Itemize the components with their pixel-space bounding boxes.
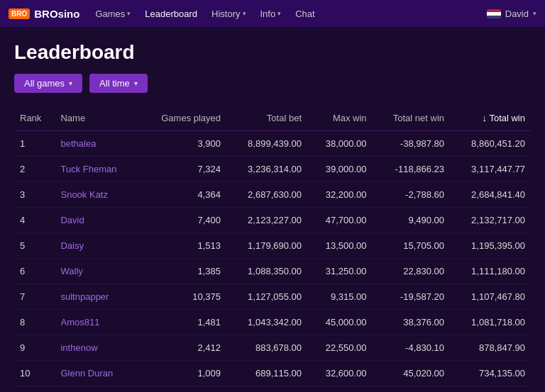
- nav-history[interactable]: History ▾: [206, 6, 251, 22]
- cell-total-bet: 689,115.00: [226, 361, 307, 386]
- cell-total-bet: 1,043,342.00: [226, 310, 307, 335]
- leaderboard-table: Rank Name Games played Total bet Max win…: [14, 106, 531, 386]
- table-row: 3 Snook Katz 4,364 2,687,630.00 32,200.0…: [14, 182, 531, 208]
- cell-rank: 5: [14, 233, 55, 259]
- nav-chat-label: Chat: [295, 9, 314, 19]
- col-total-win[interactable]: ↓ Total win: [450, 106, 531, 131]
- cell-total-win: 734,135.00: [450, 361, 531, 386]
- chevron-down-icon: ▾: [69, 79, 72, 87]
- cell-total-net-win: 15,705.00: [373, 233, 450, 259]
- cell-max-win: 22,550.00: [307, 335, 373, 361]
- cell-total-bet: 2,687,630.00: [226, 182, 307, 208]
- cell-rank: 3: [14, 182, 55, 208]
- nav-info-label: Info: [260, 9, 276, 19]
- table-header: Rank Name Games played Total bet Max win…: [14, 106, 531, 131]
- table-row: 4 David 7,400 2,123,227.00 47,700.00 9,4…: [14, 208, 531, 233]
- table-row: 8 Amos811 1,481 1,043,342.00 45,000.00 3…: [14, 310, 531, 335]
- cell-games-played: 3,900: [138, 131, 226, 157]
- nav-user[interactable]: David ▾: [487, 9, 536, 19]
- table-row: 5 Daisy 1,513 1,179,690.00 13,500.00 15,…: [14, 233, 531, 259]
- cell-rank: 2: [14, 157, 55, 182]
- cell-total-bet: 1,179,690.00: [226, 233, 307, 259]
- main-content: Leaderboard All games ▾ All time ▾ Rank …: [0, 27, 545, 392]
- nav-chat[interactable]: Chat: [290, 6, 320, 22]
- table-body: 1 bethalea 3,900 8,899,439.00 38,000.00 …: [14, 131, 531, 386]
- cell-rank: 1: [14, 131, 55, 157]
- brand[interactable]: BRO BROsino: [9, 8, 79, 20]
- nav-leaderboard[interactable]: Leaderboard: [139, 6, 203, 22]
- cell-total-net-win: 22,830.00: [373, 259, 450, 284]
- user-link[interactable]: Wally: [60, 266, 82, 276]
- col-max-win: Max win: [307, 106, 373, 131]
- cell-total-net-win: -4,830.10: [373, 335, 450, 361]
- cell-name: Snook Katz: [55, 182, 138, 208]
- cell-games-played: 7,324: [138, 157, 226, 182]
- nav-username: David: [505, 9, 529, 19]
- cell-rank: 7: [14, 284, 55, 310]
- cell-max-win: 13,500.00: [307, 233, 373, 259]
- cell-name: Daisy: [55, 233, 138, 259]
- col-rank: Rank: [14, 106, 55, 131]
- user-link[interactable]: inthenow: [60, 342, 97, 353]
- col-total-bet: Total bet: [226, 106, 307, 131]
- user-link[interactable]: David: [60, 215, 84, 225]
- cell-total-bet: 8,899,439.00: [226, 131, 307, 157]
- user-link[interactable]: Glenn Duran: [60, 368, 113, 379]
- cell-rank: 8: [14, 310, 55, 335]
- cell-name: Tuck Fheman: [55, 157, 138, 182]
- nav-games[interactable]: Games ▾: [89, 6, 136, 22]
- cell-total-bet: 2,123,227.00: [226, 208, 307, 233]
- cell-games-played: 1,385: [138, 259, 226, 284]
- chevron-down-icon: ▾: [243, 10, 246, 17]
- cell-total-win: 1,107,467.80: [450, 284, 531, 310]
- cell-total-win: 2,684,841.40: [450, 182, 531, 208]
- col-games-played: Games played: [138, 106, 226, 131]
- brand-name: BROsino: [34, 8, 79, 20]
- user-link[interactable]: sultnpapper: [60, 291, 109, 302]
- filter-bar: All games ▾ All time ▾: [14, 74, 531, 93]
- cell-total-win: 1,081,718.00: [450, 310, 531, 335]
- table-row: 10 Glenn Duran 1,009 689,115.00 32,600.0…: [14, 361, 531, 386]
- user-link[interactable]: Tuck Fheman: [60, 164, 116, 174]
- cell-max-win: 38,000.00: [307, 131, 373, 157]
- cell-total-win: 3,117,447.77: [450, 157, 531, 182]
- cell-rank: 4: [14, 208, 55, 233]
- cell-total-bet: 3,236,314.00: [226, 157, 307, 182]
- cell-name: Amos811: [55, 310, 138, 335]
- cell-max-win: 31,250.00: [307, 259, 373, 284]
- nav-info[interactable]: Info ▾: [255, 6, 287, 22]
- all-games-filter[interactable]: All games ▾: [14, 74, 82, 93]
- table-row: 7 sultnpapper 10,375 1,127,055.00 9,315.…: [14, 284, 531, 310]
- user-link[interactable]: Amos811: [60, 317, 99, 327]
- page-title: Leaderboard: [14, 41, 531, 64]
- cell-games-played: 2,412: [138, 335, 226, 361]
- navbar: BRO BROsino Games ▾ Leaderboard History …: [0, 0, 545, 27]
- cell-total-net-win: 45,020.00: [373, 361, 450, 386]
- cell-name: Glenn Duran: [55, 361, 138, 386]
- cell-max-win: 39,000.00: [307, 157, 373, 182]
- cell-max-win: 45,000.00: [307, 310, 373, 335]
- table-row: 1 bethalea 3,900 8,899,439.00 38,000.00 …: [14, 131, 531, 157]
- chevron-down-icon: ▾: [134, 79, 138, 87]
- cell-total-net-win: -2,788.60: [373, 182, 450, 208]
- cell-name: Wally: [55, 259, 138, 284]
- col-total-net-win: Total net win: [373, 106, 450, 131]
- cell-total-bet: 1,088,350.00: [226, 259, 307, 284]
- user-link[interactable]: Daisy: [60, 240, 84, 251]
- chevron-down-icon: ▾: [277, 10, 281, 17]
- cell-total-net-win: -118,866.23: [373, 157, 450, 182]
- cell-games-played: 1,481: [138, 310, 226, 335]
- cell-total-win: 8,860,451.20: [450, 131, 531, 157]
- all-games-label: All games: [24, 78, 65, 89]
- cell-name: sultnpapper: [55, 284, 138, 310]
- col-name: Name: [55, 106, 138, 131]
- cell-games-played: 4,364: [138, 182, 226, 208]
- cell-rank: 6: [14, 259, 55, 284]
- user-link[interactable]: bethalea: [60, 138, 96, 149]
- table-row: 2 Tuck Fheman 7,324 3,236,314.00 39,000.…: [14, 157, 531, 182]
- cell-total-bet: 1,127,055.00: [226, 284, 307, 310]
- cell-name: inthenow: [55, 335, 138, 361]
- user-link[interactable]: Snook Katz: [60, 189, 108, 200]
- cell-total-win: 1,195,395.00: [450, 233, 531, 259]
- all-time-filter[interactable]: All time ▾: [89, 74, 148, 93]
